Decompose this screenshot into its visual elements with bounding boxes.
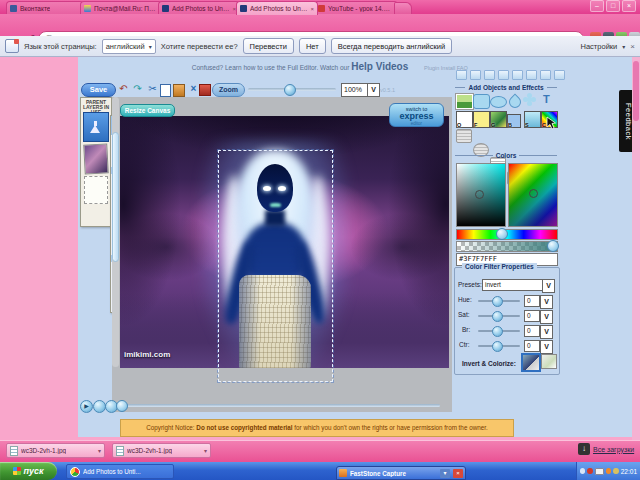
maximize-icon[interactable]: □ — [606, 0, 620, 12]
ctr-dropdown-icon[interactable]: V — [540, 340, 553, 354]
switch-to-express-button[interactable]: switch to express editor — [389, 103, 444, 127]
always-translate-button[interactable]: Всегда переводить английский — [331, 38, 452, 54]
sat-value-field[interactable]: 0 — [524, 310, 540, 322]
redo-icon[interactable]: ↷ — [131, 82, 144, 95]
zoom-button[interactable]: Zoom — [212, 83, 245, 97]
chevron-down-icon[interactable]: ▾ — [98, 447, 101, 454]
show-all-link[interactable]: Все загрузки — [593, 446, 634, 453]
tab-5[interactable]: YouTube - урок 14.ФШ CS 8 — [314, 1, 398, 15]
mini-tool-icon[interactable] — [554, 70, 565, 80]
stamp-icon[interactable] — [199, 84, 211, 96]
hue-square-picker[interactable] — [508, 163, 558, 227]
add-text-icon[interactable]: T — [543, 93, 550, 105]
save-button[interactable]: Save — [81, 83, 116, 97]
tool-gradient[interactable]: G — [490, 111, 507, 128]
sat-filter-thumb[interactable] — [492, 311, 503, 322]
sat-dropdown-icon[interactable]: V — [540, 310, 553, 324]
alpha-slider[interactable] — [456, 241, 558, 252]
translate-button[interactable]: Перевести — [243, 38, 294, 54]
tray-app-icon[interactable] — [587, 468, 592, 474]
tab-1[interactable]: Вконтакте — [6, 1, 84, 15]
mini-tool-icon[interactable] — [484, 70, 495, 80]
new-tab-button[interactable] — [394, 2, 412, 14]
paste-icon[interactable] — [173, 84, 185, 97]
invert-button-selected[interactable] — [521, 353, 541, 372]
mini-tool-icon[interactable] — [512, 70, 523, 80]
language-select[interactable]: английский ▾ — [102, 39, 156, 54]
alpha-slider-thumb[interactable] — [547, 240, 559, 252]
chevron-down-icon: ▾ — [622, 43, 625, 50]
hue-slider-thumb[interactable] — [496, 228, 508, 240]
ctr-filter-thumb[interactable] — [492, 341, 503, 352]
undo-icon[interactable]: ↶ — [117, 82, 130, 95]
parent-layer-thumb-photo[interactable] — [83, 143, 109, 174]
canvas-horizontal-scrollbar[interactable] — [118, 404, 440, 407]
tool-outline[interactable]: O — [456, 111, 473, 128]
presets-dropdown-icon[interactable]: V — [542, 279, 555, 293]
add-flower-icon[interactable] — [527, 97, 532, 102]
mail-icon[interactable] — [595, 468, 604, 475]
hue-dropdown-icon[interactable]: V — [540, 295, 553, 309]
infobar-close-icon[interactable]: × — [630, 42, 635, 51]
settings-link[interactable]: Настройки — [581, 42, 618, 51]
download-item[interactable]: wc3D-2vh-1.jpg ▾ — [6, 443, 105, 458]
browser-scrollbar[interactable] — [632, 57, 640, 440]
feedback-tab[interactable]: Feedback — [619, 90, 633, 152]
tab-4-active[interactable]: Add Photos to Untitled - miki × — [236, 1, 318, 15]
add-ellipse-icon[interactable] — [490, 96, 507, 108]
br-filter-thumb[interactable] — [492, 326, 503, 337]
tab-close-icon[interactable]: × — [310, 6, 314, 12]
play-icon[interactable]: ▶ — [80, 400, 93, 413]
colors-title: Colors — [496, 152, 517, 159]
ctr-value-field[interactable]: 0 — [524, 340, 540, 352]
zoom-dropdown-icon[interactable]: V — [367, 83, 380, 97]
br-dropdown-icon[interactable]: V — [540, 325, 553, 339]
minimize-icon[interactable]: – — [590, 0, 604, 12]
start-button[interactable]: пуск — [0, 462, 57, 480]
copy-page-icon[interactable] — [160, 84, 171, 97]
tool-shadow[interactable]: S — [524, 111, 541, 128]
taskbar-task[interactable]: Add Photos to Unti... — [66, 464, 174, 479]
close-icon[interactable]: × — [622, 0, 636, 12]
show-all-downloads[interactable]: ↓ Все загрузки — [578, 443, 634, 455]
parent-layer-thumb-selected[interactable] — [83, 112, 109, 142]
volume-icon[interactable] — [580, 468, 585, 474]
tab-2[interactable]: Почта@Mail.Ru: ПОЧ ВХОД — [80, 1, 162, 15]
canvas-vertical-scrollbar[interactable] — [112, 97, 119, 367]
tab-3[interactable]: Add Photos to Untitled - miki × — [158, 1, 240, 15]
tool-border[interactable]: B — [507, 114, 521, 128]
scrollbar-thumb[interactable] — [112, 132, 119, 262]
mini-tool-icon[interactable] — [456, 70, 467, 80]
zoom-slider-thumb[interactable] — [284, 84, 296, 96]
add-image-icon[interactable] — [456, 94, 473, 109]
resize-canvas-button[interactable]: Resize Canvas — [120, 104, 175, 117]
cut-icon[interactable]: ✂ — [146, 82, 159, 95]
tray-app-icon[interactable] — [606, 468, 611, 474]
mini-tool-icon[interactable] — [498, 70, 509, 80]
presets-field[interactable]: invert — [482, 279, 544, 291]
mini-tool-icon[interactable] — [540, 70, 551, 80]
tray-app-icon[interactable] — [613, 468, 618, 474]
colorize-button[interactable] — [541, 354, 557, 369]
chevron-down-icon[interactable]: ▾ — [204, 447, 207, 454]
saturation-value-picker[interactable] — [456, 163, 506, 227]
tool-frame[interactable]: F — [473, 111, 490, 128]
faststone-window[interactable]: FastStone Capture ▾ × — [336, 466, 466, 480]
bubble-style-icon[interactable] — [456, 129, 472, 143]
add-rectangle-icon[interactable] — [473, 94, 490, 109]
selection-rectangle[interactable] — [218, 150, 333, 382]
br-value-field[interactable]: 0 — [524, 325, 540, 337]
help-videos-link[interactable]: Help Videos — [351, 61, 408, 72]
hue-filter-thumb[interactable] — [492, 296, 503, 307]
scrollbar-thumb[interactable] — [633, 61, 639, 121]
no-button[interactable]: Нет — [299, 38, 326, 54]
hue-label: Hue: — [458, 296, 472, 303]
mini-tool-icon[interactable] — [526, 70, 537, 80]
h-scrollbar-thumb[interactable] — [116, 400, 128, 412]
chevron-down-icon[interactable]: ▾ — [440, 469, 450, 478]
download-item[interactable]: wc3D-2vh-1.jpg ▾ — [112, 443, 211, 458]
parent-layer-thumb-empty[interactable] — [84, 176, 108, 204]
close-icon[interactable]: × — [453, 469, 463, 478]
hue-value-field[interactable]: 0 — [524, 295, 540, 307]
mini-tool-icon[interactable] — [470, 70, 481, 80]
